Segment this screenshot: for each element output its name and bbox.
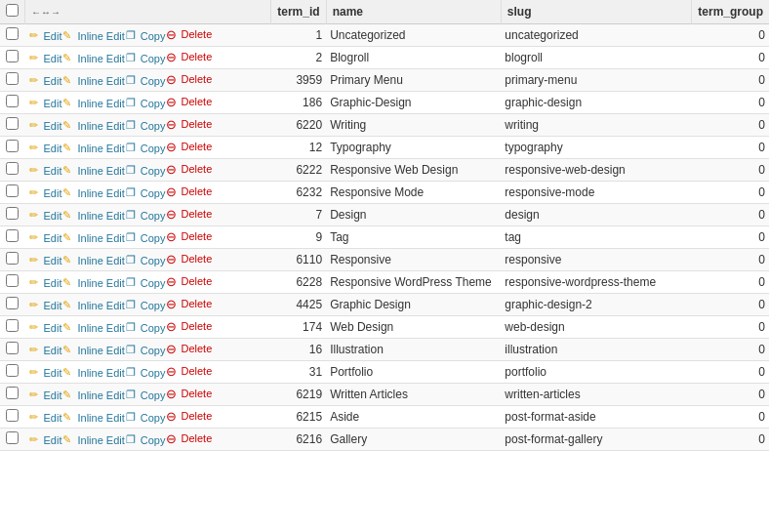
- row-checkbox[interactable]: [6, 184, 19, 197]
- copy-button[interactable]: Copy: [126, 164, 166, 178]
- delete-button[interactable]: Delete: [166, 184, 212, 198]
- copy-button[interactable]: Copy: [126, 433, 166, 447]
- edit-button[interactable]: Edit: [29, 97, 62, 110]
- inline-edit-button[interactable]: Inline Edit: [62, 433, 124, 447]
- row-checkbox[interactable]: [6, 162, 19, 175]
- row-checkbox[interactable]: [6, 95, 19, 107]
- delete-button[interactable]: Delete: [166, 140, 212, 153]
- delete-button[interactable]: Delete: [166, 431, 212, 445]
- copy-button[interactable]: Copy: [126, 97, 166, 110]
- row-checkbox[interactable]: [6, 117, 19, 130]
- edit-button[interactable]: Edit: [29, 186, 62, 200]
- copy-button[interactable]: Copy: [126, 389, 166, 402]
- edit-button[interactable]: Edit: [29, 119, 62, 133]
- delete-button[interactable]: Delete: [166, 387, 212, 400]
- inline-edit-button[interactable]: Inline Edit: [62, 366, 124, 380]
- copy-button[interactable]: Copy: [126, 52, 166, 65]
- copy-button[interactable]: Copy: [126, 209, 166, 223]
- inline-edit-button[interactable]: Inline Edit: [62, 164, 124, 178]
- copy-button[interactable]: Copy: [126, 231, 166, 245]
- row-checkbox[interactable]: [6, 229, 19, 242]
- inline-edit-button[interactable]: Inline Edit: [62, 389, 124, 402]
- inline-edit-button[interactable]: Inline Edit: [62, 97, 124, 110]
- copy-button[interactable]: Copy: [126, 29, 166, 43]
- inline-edit-button[interactable]: Inline Edit: [62, 276, 124, 290]
- delete-button[interactable]: Delete: [166, 252, 212, 266]
- delete-button[interactable]: Delete: [166, 72, 212, 86]
- row-checkbox[interactable]: [6, 274, 19, 287]
- row-checkbox[interactable]: [6, 297, 19, 309]
- copy-button[interactable]: Copy: [126, 411, 166, 425]
- edit-button[interactable]: Edit: [29, 299, 62, 312]
- edit-button[interactable]: Edit: [29, 411, 62, 425]
- inline-edit-button[interactable]: Inline Edit: [62, 29, 124, 43]
- term-id-header[interactable]: term_id: [271, 0, 326, 24]
- delete-button[interactable]: Delete: [166, 207, 212, 221]
- delete-button[interactable]: Delete: [166, 297, 212, 310]
- row-checkbox[interactable]: [6, 207, 19, 220]
- copy-button[interactable]: Copy: [126, 74, 166, 88]
- copy-button[interactable]: Copy: [126, 142, 166, 155]
- row-checkbox[interactable]: [6, 364, 19, 377]
- copy-button[interactable]: Copy: [126, 254, 166, 267]
- term-group-header[interactable]: term_group: [692, 0, 769, 24]
- inline-edit-button[interactable]: Inline Edit: [62, 209, 124, 223]
- copy-button[interactable]: Copy: [126, 321, 166, 335]
- row-checkbox[interactable]: [6, 319, 19, 332]
- name-header[interactable]: name: [326, 0, 501, 24]
- edit-button[interactable]: Edit: [29, 321, 62, 335]
- inline-edit-button[interactable]: Inline Edit: [62, 321, 124, 335]
- edit-button[interactable]: Edit: [29, 276, 62, 290]
- row-checkbox[interactable]: [6, 50, 19, 62]
- delete-button[interactable]: Delete: [166, 319, 212, 333]
- copy-button[interactable]: Copy: [126, 119, 166, 133]
- select-all-checkbox[interactable]: [6, 4, 19, 17]
- delete-button[interactable]: Delete: [166, 274, 212, 288]
- edit-button[interactable]: Edit: [29, 74, 62, 88]
- copy-button[interactable]: Copy: [126, 344, 166, 357]
- inline-edit-button[interactable]: Inline Edit: [62, 299, 124, 312]
- row-checkbox[interactable]: [6, 72, 19, 85]
- edit-button[interactable]: Edit: [29, 164, 62, 178]
- copy-button[interactable]: Copy: [126, 186, 166, 200]
- row-checkbox[interactable]: [6, 431, 19, 444]
- edit-button[interactable]: Edit: [29, 389, 62, 402]
- inline-edit-button[interactable]: Inline Edit: [62, 119, 124, 133]
- delete-button[interactable]: Delete: [166, 50, 212, 63]
- slug-header[interactable]: slug: [501, 0, 691, 24]
- row-checkbox[interactable]: [6, 252, 19, 265]
- delete-button[interactable]: Delete: [166, 342, 212, 355]
- inline-edit-button[interactable]: Inline Edit: [62, 186, 124, 200]
- edit-button[interactable]: Edit: [29, 254, 62, 267]
- delete-button[interactable]: Delete: [166, 364, 212, 378]
- copy-button[interactable]: Copy: [126, 366, 166, 380]
- inline-edit-button[interactable]: Inline Edit: [62, 52, 124, 65]
- delete-button[interactable]: Delete: [166, 229, 212, 243]
- delete-button[interactable]: Delete: [166, 409, 212, 423]
- delete-button[interactable]: Delete: [166, 162, 212, 176]
- inline-edit-button[interactable]: Inline Edit: [62, 344, 124, 357]
- inline-edit-button[interactable]: Inline Edit: [62, 254, 124, 267]
- edit-button[interactable]: Edit: [29, 231, 62, 245]
- inline-edit-button[interactable]: Inline Edit: [62, 74, 124, 88]
- row-checkbox[interactable]: [6, 387, 19, 399]
- row-checkbox[interactable]: [6, 409, 19, 422]
- edit-button[interactable]: Edit: [29, 209, 62, 223]
- edit-button[interactable]: Edit: [29, 433, 62, 447]
- inline-edit-button[interactable]: Inline Edit: [62, 231, 124, 245]
- edit-button[interactable]: Edit: [29, 344, 62, 357]
- row-checkbox[interactable]: [6, 140, 19, 152]
- inline-edit-button[interactable]: Inline Edit: [62, 142, 124, 155]
- inline-edit-button[interactable]: Inline Edit: [62, 411, 124, 425]
- row-checkbox[interactable]: [6, 27, 19, 40]
- copy-button[interactable]: Copy: [126, 299, 166, 312]
- delete-button[interactable]: Delete: [166, 117, 212, 131]
- edit-button[interactable]: Edit: [29, 52, 62, 65]
- copy-button[interactable]: Copy: [126, 276, 166, 290]
- edit-button[interactable]: Edit: [29, 29, 62, 43]
- delete-button[interactable]: Delete: [166, 27, 212, 41]
- edit-button[interactable]: Edit: [29, 366, 62, 380]
- row-checkbox[interactable]: [6, 342, 19, 354]
- edit-button[interactable]: Edit: [29, 142, 62, 155]
- delete-button[interactable]: Delete: [166, 95, 212, 108]
